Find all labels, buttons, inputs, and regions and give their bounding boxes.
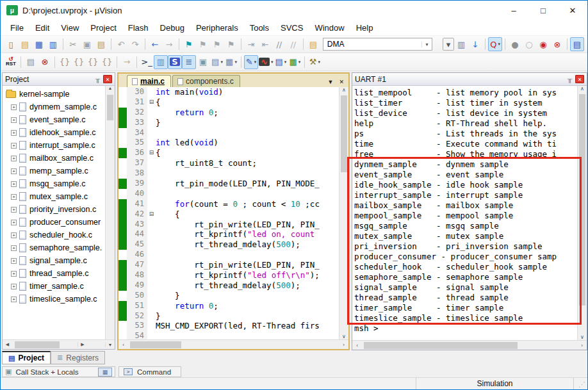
- scroll-thumb[interactable]: [364, 342, 518, 349]
- tree-item-signal-sample-c[interactable]: +signal_sample.c: [3, 254, 115, 267]
- toolbox-icon[interactable]: ⚒▾: [307, 55, 322, 69]
- code-editor[interactable]: 30int main(void)31⊟{32 return 0;33}3435i…: [118, 87, 348, 339]
- scroll-thumb[interactable]: [341, 95, 347, 172]
- pin-icon[interactable]: ╥: [568, 76, 572, 83]
- tab-project[interactable]: ▤Project: [2, 351, 51, 364]
- scroll-left-icon[interactable]: ◀: [3, 342, 12, 347]
- code-line[interactable]: 54: [118, 331, 348, 339]
- cut-icon[interactable]: ✂: [66, 37, 80, 51]
- bookmark-toggle-icon[interactable]: ⚑: [182, 37, 196, 51]
- find-in-files-folder-icon[interactable]: ▤: [306, 37, 320, 51]
- save-all-icon[interactable]: ▥: [46, 37, 60, 51]
- tree-item-producer-consumer[interactable]: +producer_consumer: [3, 216, 115, 229]
- fold-open-icon[interactable]: ⊟: [147, 148, 156, 158]
- code-line[interactable]: 48 rt_kprintf("led off\r\n");: [118, 270, 348, 280]
- search-dropdown-icon[interactable]: ▾: [443, 38, 454, 51]
- code-line[interactable]: 33}: [118, 118, 348, 128]
- breakpoint-kill-all-icon[interactable]: ⊗: [550, 37, 564, 51]
- disassembly-window-icon[interactable]: ▥: [154, 55, 168, 69]
- system-viewer-icon[interactable]: ▤▾: [274, 55, 288, 69]
- chevron-down-icon[interactable]: ▾: [498, 42, 500, 47]
- menu-debug[interactable]: Debug: [154, 22, 190, 34]
- expander-plus-icon[interactable]: +: [11, 284, 17, 289]
- code-line[interactable]: 32 return 0;: [118, 108, 348, 118]
- comment-icon[interactable]: //: [272, 37, 286, 51]
- incremental-find-icon[interactable]: ↓: [468, 37, 482, 51]
- tree-item-memp-sample-c[interactable]: +memp_sample.c: [3, 165, 115, 177]
- paste-icon[interactable]: ▤: [94, 37, 108, 51]
- expander-plus-icon[interactable]: +: [11, 181, 17, 187]
- scroll-right-icon[interactable]: ›: [339, 342, 348, 348]
- memory-button[interactable]: ▦: [98, 368, 112, 377]
- redo-icon[interactable]: ↷: [128, 37, 142, 51]
- code-line[interactable]: 40: [118, 189, 348, 199]
- quick-search-icon[interactable]: Q▾: [488, 37, 502, 51]
- fold-open-icon[interactable]: ⊟: [147, 209, 156, 220]
- step-over-icon[interactable]: {}: [72, 55, 86, 69]
- tree-item-priority-inversion-c[interactable]: +priority_inversion.c: [3, 203, 115, 216]
- chevron-down-icon[interactable]: ▾: [284, 60, 287, 65]
- tree-root-kernel-sample[interactable]: kernel-sample: [3, 88, 115, 101]
- watch-window-icon[interactable]: ▤▾: [210, 55, 224, 69]
- open-file-icon[interactable]: ▤: [18, 37, 32, 51]
- reset-cpu-icon[interactable]: ↺RST: [4, 55, 18, 69]
- save-icon[interactable]: ▦: [32, 37, 46, 51]
- code-line[interactable]: 44 rt_kprintf("led on, count: [118, 229, 348, 240]
- code-line[interactable]: 52}: [118, 311, 348, 321]
- scroll-down-icon[interactable]: ∨: [339, 334, 348, 339]
- code-line[interactable]: 37 rt_uint8_t count;: [118, 158, 348, 168]
- serial-window-icon[interactable]: S: [168, 55, 182, 69]
- resize-grip[interactable]: ⋰: [578, 380, 585, 389]
- code-line[interactable]: 30int main(void): [118, 87, 348, 97]
- navigate-forward-icon[interactable]: →: [162, 37, 176, 51]
- code-line[interactable]: 53MSH_CMD_EXPORT(led, RT-Thread firs: [118, 321, 348, 331]
- uart-close-icon[interactable]: ✕: [575, 75, 584, 83]
- code-line[interactable]: 50 }: [118, 291, 348, 301]
- expander-plus-icon[interactable]: +: [11, 143, 17, 149]
- new-file-icon[interactable]: ▯: [4, 37, 18, 51]
- chevron-down-icon[interactable]: ▾: [220, 60, 223, 65]
- tab-close-icon[interactable]: ✕: [339, 79, 344, 85]
- menu-edit[interactable]: Edit: [29, 22, 55, 34]
- chevron-down-icon[interactable]: ▾: [254, 60, 257, 65]
- tree-item-interrupt-sample-c[interactable]: +interrupt_sample.c: [3, 139, 115, 152]
- scroll-right-icon[interactable]: ›: [577, 343, 587, 348]
- code-line[interactable]: 49 rt_thread_mdelay(500);: [118, 280, 348, 291]
- scroll-up-icon[interactable]: ∧: [342, 87, 346, 93]
- expander-plus-icon[interactable]: +: [11, 168, 17, 174]
- chevron-down-icon[interactable]: ▾: [271, 60, 274, 65]
- menu-tools[interactable]: Tools: [244, 22, 275, 34]
- undo-icon[interactable]: ↶: [114, 37, 128, 51]
- code-line[interactable]: 38: [118, 168, 348, 179]
- scroll-up-icon[interactable]: ▲: [108, 86, 113, 90]
- breakpoint-insert-icon[interactable]: ●: [508, 37, 522, 51]
- code-line[interactable]: 39 rt_pin_mode(LED_PIN, PIN_MODE_: [118, 179, 348, 189]
- tree-item-timeslice-sample-c[interactable]: +timeslice_sample.c: [3, 293, 115, 305]
- menu-svcs[interactable]: SVCS: [275, 22, 309, 34]
- indent-left-icon[interactable]: ⇤: [258, 37, 272, 51]
- scroll-left-icon[interactable]: ‹: [352, 343, 362, 348]
- code-line[interactable]: 36⊟{: [118, 148, 348, 158]
- indent-right-icon[interactable]: ⇥: [244, 37, 258, 51]
- maximize-button[interactable]: □: [528, 1, 558, 20]
- chevron-down-icon[interactable]: ▾: [421, 42, 432, 47]
- expander-plus-icon[interactable]: +: [11, 156, 17, 161]
- fold-open-icon[interactable]: ⊟: [147, 97, 156, 108]
- scroll-up-icon[interactable]: ∧: [580, 86, 584, 92]
- scroll-thumb[interactable]: [130, 341, 181, 348]
- menu-peripherals[interactable]: Peripherals: [190, 22, 244, 34]
- tree-item-dynmem-sample-c[interactable]: +dynmem_sample.c: [3, 101, 115, 113]
- scroll-thumb[interactable]: [107, 95, 113, 120]
- command-window-icon[interactable]: >_: [140, 55, 154, 69]
- code-line[interactable]: 42⊟ {: [118, 209, 348, 220]
- expander-plus-icon[interactable]: +: [11, 207, 17, 213]
- menu-file[interactable]: File: [4, 22, 29, 34]
- expander-plus-icon[interactable]: +: [11, 117, 17, 123]
- bookmark-clear-icon[interactable]: ⚑: [224, 37, 238, 51]
- pin-icon[interactable]: ╥: [95, 76, 100, 83]
- menu-project[interactable]: Project: [85, 22, 122, 34]
- memory-windows-icon[interactable]: ▦▾: [224, 55, 238, 69]
- command-tab[interactable]: > Command: [118, 366, 181, 377]
- expander-plus-icon[interactable]: +: [11, 258, 17, 264]
- title-bar[interactable]: µ D:\project.uvprojx - µVision – □ ✕: [1, 1, 587, 20]
